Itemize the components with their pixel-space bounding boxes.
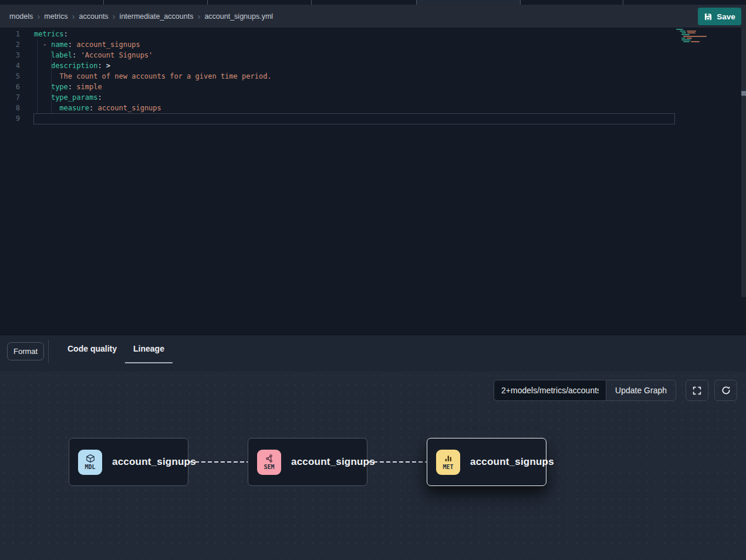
refresh-button[interactable] [714, 380, 737, 401]
code-line[interactable]: 3 label: 'Account Signups' [0, 50, 746, 60]
line-number: 3 [0, 50, 20, 60]
line-number: 7 [0, 92, 20, 103]
floppy-disk-icon [704, 12, 713, 21]
editor-tab-strip [0, 0, 746, 5]
lineage-edge [188, 461, 248, 463]
editor-tab[interactable] [0, 0, 104, 5]
expand-icon [692, 386, 702, 396]
badge-label: SEM [264, 464, 274, 470]
editor-tab[interactable] [417, 0, 521, 5]
code-line[interactable]: 7 type_params: [0, 92, 746, 103]
code-line[interactable]: 1metrics: [0, 29, 746, 39]
lineage-edge [367, 461, 427, 463]
chevron-right-icon: › [197, 12, 200, 21]
chevron-right-icon: › [113, 12, 116, 21]
badge-label: MET [443, 464, 453, 470]
breadcrumb-item[interactable]: accounts [79, 12, 109, 21]
editor-tab[interactable] [623, 0, 746, 5]
current-line-highlight [33, 113, 675, 124]
indent-guide [37, 39, 38, 113]
node-label: account_signups [470, 456, 554, 468]
minimap[interactable] [676, 29, 710, 43]
line-number: 8 [0, 103, 20, 113]
met-badge: MET [436, 450, 460, 475]
lineage-controls: Update Graph [494, 380, 737, 401]
badge-label: MDL [85, 464, 95, 470]
tab-lineage[interactable]: Lineage [125, 335, 173, 363]
line-number: 1 [0, 29, 20, 39]
editor-tab[interactable] [208, 0, 312, 5]
line-number: 6 [0, 82, 20, 92]
scrollbar-thumb[interactable] [741, 91, 746, 96]
header-divider [48, 340, 49, 363]
editor-tab[interactable] [104, 0, 208, 5]
refresh-icon [721, 385, 731, 396]
code-line[interactable]: 2 - name: account_signups [0, 39, 746, 50]
selector-input[interactable] [494, 380, 606, 401]
semantic-model-icon [265, 454, 274, 463]
line-number: 9 [0, 113, 20, 124]
node-label: account_signups [112, 456, 196, 468]
lineage-node-mdl[interactable]: MDLaccount_signups [69, 438, 188, 486]
code-line[interactable]: 4 description: > [0, 60, 746, 71]
save-button[interactable]: Save [698, 8, 741, 25]
breadcrumb-item[interactable]: intermediate_accounts [120, 12, 194, 21]
panel-tabs: Code qualityLineage [59, 335, 173, 363]
editor-tab[interactable] [521, 0, 623, 5]
breadcrumb: models›metrics›accounts›intermediate_acc… [9, 12, 273, 21]
bar-chart-icon [444, 454, 453, 463]
cube-icon [86, 454, 95, 463]
sem-badge: SEM [257, 450, 281, 475]
breadcrumb-bar: models›metrics›accounts›intermediate_acc… [0, 5, 746, 28]
ide-window: models›metrics›accounts›intermediate_acc… [0, 0, 746, 560]
bottom-panel: Format Code qualityLineage Update Graph [0, 335, 746, 560]
tab-code-quality[interactable]: Code quality [59, 335, 125, 363]
editor-tab[interactable] [312, 0, 417, 5]
breadcrumb-item[interactable]: models [9, 12, 33, 21]
format-button[interactable]: Format [7, 342, 44, 360]
code-line[interactable]: 8 measure: account_signups [0, 103, 746, 113]
indent-guide [51, 50, 52, 113]
breadcrumb-item[interactable]: metrics [44, 12, 67, 21]
fullscreen-button[interactable] [686, 380, 708, 401]
save-button-label: Save [717, 12, 735, 21]
code-editor[interactable]: 1metrics:2 - name: account_signups3 labe… [0, 28, 746, 335]
code-line[interactable]: 5 The count of new accounts for a given … [0, 71, 746, 82]
line-number: 4 [0, 60, 20, 71]
node-label: account_signups [291, 456, 375, 468]
code-line[interactable]: 6 type: simple [0, 82, 746, 92]
editor-scrollbar[interactable] [741, 28, 746, 297]
line-number: 2 [0, 39, 20, 50]
chevron-right-icon: › [72, 12, 75, 21]
lineage-node-sem[interactable]: SEMaccount_signups [248, 438, 367, 486]
update-graph-button[interactable]: Update Graph [606, 380, 676, 401]
breadcrumb-item[interactable]: account_signups.yml [204, 12, 273, 21]
lineage-node-met[interactable]: METaccount_signups [427, 438, 546, 486]
chevron-right-icon: › [37, 12, 40, 21]
line-number: 5 [0, 71, 20, 82]
mdl-badge: MDL [78, 450, 102, 475]
